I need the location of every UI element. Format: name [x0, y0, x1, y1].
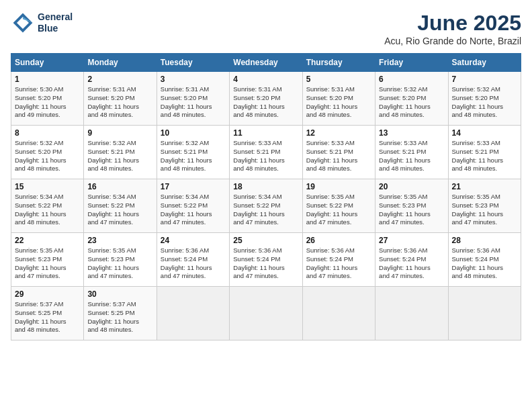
calendar-day-cell: 14Sunrise: 5:33 AM Sunset: 5:21 PM Dayli… [448, 126, 521, 179]
header: General Blue June 2025 Acu, Rio Grande d… [11, 11, 521, 46]
day-number: 7 [452, 75, 517, 84]
day-number: 12 [306, 128, 371, 138]
calendar-day-cell: 22Sunrise: 5:35 AM Sunset: 5:23 PM Dayli… [11, 233, 84, 287]
calendar-subtitle: Acu, Rio Grande do Norte, Brazil [384, 36, 521, 46]
day-number: 3 [161, 75, 226, 84]
calendar-day-cell: 21Sunrise: 5:35 AM Sunset: 5:23 PM Dayli… [448, 179, 521, 233]
day-number: 9 [87, 128, 152, 138]
day-info: Sunrise: 5:32 AM Sunset: 5:20 PM Dayligh… [452, 85, 517, 120]
day-info: Sunrise: 5:34 AM Sunset: 5:22 PM Dayligh… [161, 193, 226, 227]
day-info: Sunrise: 5:32 AM Sunset: 5:21 PM Dayligh… [87, 139, 152, 173]
day-number: 19 [306, 182, 371, 191]
weekday-header-cell: Sunday [11, 54, 84, 72]
logo-icon [11, 11, 35, 35]
day-number: 27 [379, 236, 444, 245]
calendar-day-cell: 27Sunrise: 5:36 AM Sunset: 5:24 PM Dayli… [375, 233, 448, 287]
calendar-day-cell: 13Sunrise: 5:33 AM Sunset: 5:21 PM Dayli… [375, 126, 448, 179]
day-info: Sunrise: 5:37 AM Sunset: 5:25 PM Dayligh… [15, 300, 80, 334]
day-info: Sunrise: 5:33 AM Sunset: 5:21 PM Dayligh… [379, 139, 444, 173]
day-number: 28 [452, 236, 517, 245]
logo-text: General Blue [38, 11, 73, 34]
day-number: 4 [233, 75, 298, 84]
calendar-day-cell: 3Sunrise: 5:31 AM Sunset: 5:20 PM Daylig… [157, 72, 229, 126]
day-info: Sunrise: 5:34 AM Sunset: 5:22 PM Dayligh… [15, 193, 80, 227]
day-number: 1 [15, 75, 80, 84]
calendar-day-cell [375, 287, 448, 340]
calendar-week-row: 1Sunrise: 5:30 AM Sunset: 5:20 PM Daylig… [11, 72, 521, 126]
day-number: 14 [452, 128, 517, 138]
weekday-header-cell: Saturday [448, 54, 521, 72]
calendar-table: SundayMondayTuesdayWednesdayThursdayFrid… [11, 53, 521, 340]
day-info: Sunrise: 5:31 AM Sunset: 5:20 PM Dayligh… [233, 85, 298, 120]
calendar-day-cell [157, 287, 229, 340]
day-info: Sunrise: 5:35 AM Sunset: 5:23 PM Dayligh… [452, 193, 517, 227]
day-info: Sunrise: 5:34 AM Sunset: 5:22 PM Dayligh… [87, 193, 152, 227]
day-info: Sunrise: 5:31 AM Sunset: 5:20 PM Dayligh… [161, 85, 226, 120]
day-number: 25 [233, 236, 298, 245]
calendar-day-cell: 29Sunrise: 5:37 AM Sunset: 5:25 PM Dayli… [11, 287, 84, 340]
day-info: Sunrise: 5:35 AM Sunset: 5:23 PM Dayligh… [15, 246, 80, 281]
calendar-day-cell: 25Sunrise: 5:36 AM Sunset: 5:24 PM Dayli… [230, 233, 302, 287]
calendar-day-cell: 15Sunrise: 5:34 AM Sunset: 5:22 PM Dayli… [11, 179, 84, 233]
day-info: Sunrise: 5:36 AM Sunset: 5:24 PM Dayligh… [306, 246, 371, 281]
day-number: 15 [15, 182, 80, 191]
calendar-day-cell: 11Sunrise: 5:33 AM Sunset: 5:21 PM Dayli… [230, 126, 302, 179]
day-info: Sunrise: 5:33 AM Sunset: 5:21 PM Dayligh… [452, 139, 517, 173]
day-number: 2 [87, 75, 152, 84]
day-number: 16 [87, 182, 152, 191]
calendar-day-cell [230, 287, 302, 340]
calendar-week-row: 29Sunrise: 5:37 AM Sunset: 5:25 PM Dayli… [11, 287, 521, 340]
calendar-day-cell: 8Sunrise: 5:32 AM Sunset: 5:20 PM Daylig… [11, 126, 84, 179]
calendar-day-cell [448, 287, 521, 340]
day-info: Sunrise: 5:33 AM Sunset: 5:21 PM Dayligh… [233, 139, 298, 173]
day-info: Sunrise: 5:36 AM Sunset: 5:24 PM Dayligh… [379, 246, 444, 281]
day-info: Sunrise: 5:35 AM Sunset: 5:23 PM Dayligh… [87, 246, 152, 281]
calendar-day-cell: 30Sunrise: 5:37 AM Sunset: 5:25 PM Dayli… [84, 287, 157, 340]
calendar-day-cell: 5Sunrise: 5:31 AM Sunset: 5:20 PM Daylig… [302, 72, 375, 126]
day-info: Sunrise: 5:36 AM Sunset: 5:24 PM Dayligh… [452, 246, 517, 281]
title-area: June 2025 Acu, Rio Grande do Norte, Braz… [384, 11, 521, 46]
calendar-day-cell: 10Sunrise: 5:32 AM Sunset: 5:21 PM Dayli… [157, 126, 229, 179]
day-info: Sunrise: 5:32 AM Sunset: 5:20 PM Dayligh… [15, 139, 80, 173]
calendar-title: June 2025 [384, 11, 521, 36]
day-info: Sunrise: 5:33 AM Sunset: 5:21 PM Dayligh… [306, 139, 371, 173]
calendar-day-cell: 28Sunrise: 5:36 AM Sunset: 5:24 PM Dayli… [448, 233, 521, 287]
calendar-week-row: 8Sunrise: 5:32 AM Sunset: 5:20 PM Daylig… [11, 126, 521, 179]
day-info: Sunrise: 5:36 AM Sunset: 5:24 PM Dayligh… [161, 246, 226, 281]
calendar-day-cell: 4Sunrise: 5:31 AM Sunset: 5:20 PM Daylig… [230, 72, 302, 126]
day-number: 26 [306, 236, 371, 245]
day-info: Sunrise: 5:31 AM Sunset: 5:20 PM Dayligh… [87, 85, 152, 120]
day-number: 24 [161, 236, 226, 245]
calendar-day-cell: 1Sunrise: 5:30 AM Sunset: 5:20 PM Daylig… [11, 72, 84, 126]
calendar-day-cell: 12Sunrise: 5:33 AM Sunset: 5:21 PM Dayli… [302, 126, 375, 179]
calendar-day-cell: 18Sunrise: 5:34 AM Sunset: 5:22 PM Dayli… [230, 179, 302, 233]
day-number: 8 [15, 128, 80, 138]
weekday-header-cell: Wednesday [230, 54, 302, 72]
day-number: 21 [452, 182, 517, 191]
day-info: Sunrise: 5:35 AM Sunset: 5:23 PM Dayligh… [379, 193, 444, 227]
day-info: Sunrise: 5:32 AM Sunset: 5:21 PM Dayligh… [161, 139, 226, 173]
calendar-day-cell: 16Sunrise: 5:34 AM Sunset: 5:22 PM Dayli… [84, 179, 157, 233]
day-number: 23 [87, 236, 152, 245]
calendar-day-cell [302, 287, 375, 340]
day-info: Sunrise: 5:31 AM Sunset: 5:20 PM Dayligh… [306, 85, 371, 120]
day-info: Sunrise: 5:32 AM Sunset: 5:20 PM Dayligh… [379, 85, 444, 120]
day-number: 6 [379, 75, 444, 84]
day-info: Sunrise: 5:36 AM Sunset: 5:24 PM Dayligh… [233, 246, 298, 281]
day-number: 13 [379, 128, 444, 138]
calendar-day-cell: 6Sunrise: 5:32 AM Sunset: 5:20 PM Daylig… [375, 72, 448, 126]
weekday-header-cell: Tuesday [157, 54, 229, 72]
day-info: Sunrise: 5:30 AM Sunset: 5:20 PM Dayligh… [15, 85, 80, 120]
calendar-day-cell: 17Sunrise: 5:34 AM Sunset: 5:22 PM Dayli… [157, 179, 229, 233]
weekday-header-cell: Thursday [302, 54, 375, 72]
calendar-day-cell: 9Sunrise: 5:32 AM Sunset: 5:21 PM Daylig… [84, 126, 157, 179]
day-info: Sunrise: 5:35 AM Sunset: 5:22 PM Dayligh… [306, 193, 371, 227]
calendar-day-cell: 20Sunrise: 5:35 AM Sunset: 5:23 PM Dayli… [375, 179, 448, 233]
weekday-header-cell: Monday [84, 54, 157, 72]
day-number: 18 [233, 182, 298, 191]
day-number: 5 [306, 75, 371, 84]
calendar-day-cell: 23Sunrise: 5:35 AM Sunset: 5:23 PM Dayli… [84, 233, 157, 287]
day-number: 17 [161, 182, 226, 191]
day-number: 10 [161, 128, 226, 138]
day-number: 11 [233, 128, 298, 138]
